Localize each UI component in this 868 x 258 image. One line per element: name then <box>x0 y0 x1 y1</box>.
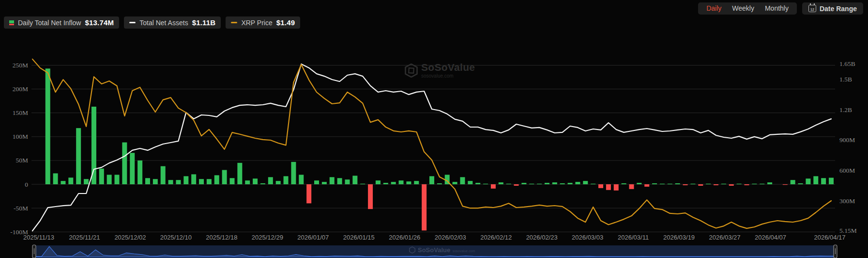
inflow-bar-positive <box>414 181 419 184</box>
legend: Daily Total Net Inflow $13.74M Total Net… <box>4 16 300 29</box>
legend-value: $1.11B <box>192 18 216 27</box>
legend-label: Daily Total Net Inflow <box>18 19 81 27</box>
period-tabs: Daily Weekly Monthly <box>698 2 797 15</box>
inflow-bar-positive <box>122 143 127 184</box>
inflow-bar-positive <box>230 178 235 184</box>
left-axis-tick-label: 100M <box>13 133 28 140</box>
legend-value: $1.49 <box>276 18 295 27</box>
inflow-bar-negative <box>683 184 688 185</box>
inflow-bar-positive <box>437 183 442 184</box>
tab-monthly[interactable]: Monthly <box>760 2 794 15</box>
inflow-bar-positive <box>183 176 188 184</box>
inflow-bar-positive <box>245 180 250 184</box>
inflow-bar-positive <box>260 183 265 184</box>
inflow-bar-positive <box>637 183 641 184</box>
white-dash-icon <box>129 22 136 23</box>
inflow-bar-positive <box>176 180 181 184</box>
xrp-price-line <box>32 59 831 228</box>
inflow-bar-positive <box>68 177 73 184</box>
inflow-bar-negative <box>729 184 734 186</box>
legend-item-daily-net-inflow[interactable]: Daily Total Net Inflow $13.74M <box>4 16 119 29</box>
inflow-bar-positive <box>737 184 742 184</box>
inflow-bar-positive <box>284 176 289 184</box>
inflow-bar-positive <box>706 184 711 184</box>
inflow-bar-negative <box>744 184 749 185</box>
inflow-bar-positive <box>675 183 680 184</box>
inflow-bar-negative <box>614 184 619 191</box>
inflow-bar-negative <box>629 184 634 189</box>
legend-item-total-net-assets[interactable]: Total Net Assets $1.11B <box>124 16 221 29</box>
inflow-bar-positive <box>767 182 772 184</box>
inflow-bar-positive <box>168 180 173 184</box>
inflow-bar-positive <box>76 128 81 184</box>
inflow-bar-negative <box>783 184 788 185</box>
inflow-bars-icon <box>9 20 14 25</box>
right-axis-tick-label: 1.5B <box>839 76 852 83</box>
inflow-bar-positive <box>529 184 534 184</box>
chart-canvas[interactable]: 250M200M150M100M50M0-50M-100M1.65B1.5B1.… <box>0 0 868 258</box>
inflow-bar-positive <box>137 161 142 184</box>
inflow-bar-negative <box>644 184 649 187</box>
inflow-bar-positive <box>483 184 488 184</box>
date-range-button[interactable]: 12 Date Range <box>802 2 863 15</box>
inflow-bar-positive <box>207 179 212 184</box>
inflow-bar-positive <box>376 180 381 184</box>
x-axis-date-label: 2026/02/23 <box>526 234 558 241</box>
date-range-label: Date Range <box>820 5 857 13</box>
inflow-bar-positive <box>299 175 304 184</box>
inflow-bar-positive <box>806 178 810 184</box>
inflow-bar-positive <box>276 181 281 184</box>
inflow-bar-positive <box>453 182 457 184</box>
inflow-bar-positive <box>91 107 96 184</box>
inflow-bar-positive <box>668 184 672 184</box>
inflow-bar-positive <box>237 163 242 184</box>
inflow-bar-positive <box>53 173 58 184</box>
inflow-bar-positive <box>337 178 342 184</box>
inflow-bar-negative <box>368 184 373 209</box>
inflow-bar-positive <box>352 176 357 184</box>
navigator-selected-range[interactable] <box>34 245 836 258</box>
left-axis-tick-label: 250M <box>13 62 28 69</box>
x-axis-date-label: 2025/12/29 <box>252 234 283 241</box>
inflow-bar-positive <box>322 182 327 184</box>
inflow-bar-negative <box>422 184 426 230</box>
x-axis-date-label: 2026/01/15 <box>343 234 375 241</box>
right-axis-tick-label: 1.65B <box>839 60 855 67</box>
inflow-bar-positive <box>330 177 335 184</box>
left-axis-tick-label: 0 <box>25 181 28 188</box>
inflow-bar-positive <box>821 178 826 184</box>
inflow-bar-positive <box>537 184 542 184</box>
inflow-bar-positive <box>829 178 834 184</box>
legend-item-xrp-price[interactable]: XRP Price $1.49 <box>226 16 300 29</box>
inflow-bar-positive <box>545 183 549 184</box>
tab-daily[interactable]: Daily <box>701 2 727 15</box>
x-axis-date-label: 2026/01/07 <box>297 234 329 241</box>
x-axis-date-label: 2025/11/13 <box>23 234 54 241</box>
inflow-bar-negative <box>514 184 519 186</box>
x-axis-date-label: 2026/04/07 <box>755 234 786 241</box>
inflow-bar-negative <box>698 184 703 186</box>
x-axis-date-label: 2026/03/11 <box>618 234 649 241</box>
inflow-bar-positive <box>798 183 803 184</box>
x-axis-date-label: 2026/03/03 <box>572 234 603 241</box>
inflow-bar-positive <box>652 183 657 184</box>
inflow-bar-positive <box>560 183 565 184</box>
inflow-bar-positive <box>499 182 503 184</box>
x-axis-date-label: 2026/03/27 <box>709 234 741 241</box>
inflow-bar-positive <box>253 178 258 184</box>
inflow-bar-positive <box>214 175 219 184</box>
inflow-bar-positive <box>222 170 227 184</box>
tab-weekly[interactable]: Weekly <box>727 2 760 15</box>
inflow-bar-positive <box>99 169 104 184</box>
x-axis-date-label: 2025/11/21 <box>69 234 100 241</box>
legend-label: Total Net Assets <box>139 19 188 27</box>
right-axis-tick-label: 300M <box>839 197 855 205</box>
x-axis-date-label: 2026/03/19 <box>663 234 695 241</box>
inflow-bar-positive <box>291 162 296 184</box>
left-axis-tick-label: 150M <box>13 109 28 116</box>
inflow-bar-positive <box>760 184 764 184</box>
inflow-bar-positive <box>429 176 434 184</box>
inflow-bar-positive <box>568 183 573 184</box>
inflow-bar-positive <box>622 183 626 184</box>
inflow-bar-positive <box>690 184 695 184</box>
